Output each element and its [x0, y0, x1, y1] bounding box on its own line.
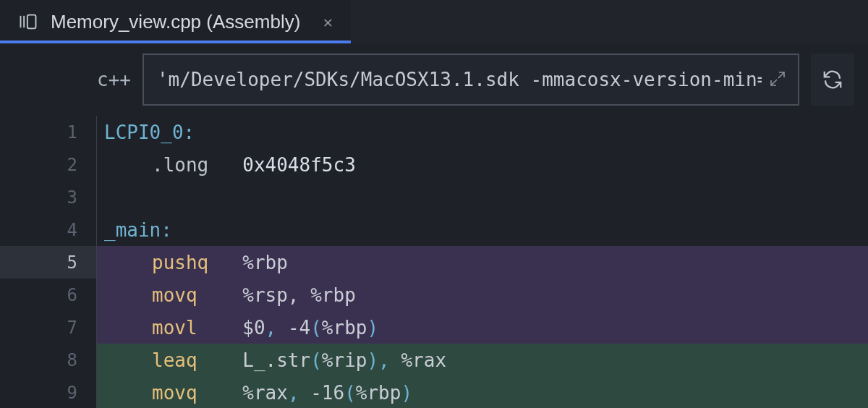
refresh-button[interactable]: [811, 54, 854, 106]
line-number: 9: [0, 376, 96, 408]
assembly-panel-icon: [17, 11, 39, 33]
svg-rect-2: [27, 15, 36, 29]
tab-active-indicator: [0, 41, 351, 43]
code-token-operand: %rbp: [242, 252, 288, 273]
expand-icon[interactable]: [769, 70, 788, 89]
code-line: pushq %rbp: [97, 246, 868, 279]
code-token-operand: %rax: [242, 382, 288, 404]
code-token-operand: -16: [310, 382, 344, 404]
line-number-gutter: 1 2 3 4 5 6 7 8 9: [0, 116, 97, 408]
svg-line-3: [778, 72, 784, 78]
code-line: movq %rsp, %rbp: [97, 279, 868, 311]
code-token-operand: %rip: [322, 349, 367, 371]
code-token-mnemonic: leaq: [152, 349, 197, 371]
line-number: 7: [0, 311, 96, 344]
language-label: c++: [97, 69, 131, 90]
code-line: leaq L_.str(%rip), %rax: [97, 344, 868, 376]
line-number: 8: [0, 344, 96, 376]
code-token-operand: %rbp: [356, 382, 401, 404]
compiler-toolbar: c++ 'm/Developer/SDKs/MacOSX13.1.sdk -mm…: [0, 43, 868, 116]
code-line: movl $0, -4(%rbp): [97, 311, 868, 344]
code-token-label: LCPI0_0:: [104, 122, 195, 143]
line-number: 2: [0, 148, 96, 181]
code-token-mnemonic: movq: [152, 284, 197, 306]
close-icon[interactable]: ✕: [318, 12, 338, 32]
code-token-mnemonic: pushq: [152, 252, 208, 273]
code-token-operand: -4: [288, 317, 310, 339]
code-editor[interactable]: 1 2 3 4 5 6 7 8 9 LCPI0_0: .long 0x4048f…: [0, 116, 868, 408]
line-number: 5: [0, 246, 96, 279]
code-area[interactable]: LCPI0_0: .long 0x4048f5c3 _main: pushq %…: [97, 116, 868, 408]
tab-bar: Memory_view.cpp (Assembly) ✕: [0, 0, 868, 43]
code-token-number: 0x4048f5c3: [242, 154, 356, 176]
code-token-directive: .long: [152, 154, 208, 176]
code-line: LCPI0_0:: [97, 116, 868, 148]
code-line: .long 0x4048f5c3: [97, 148, 868, 181]
code-line: _main:: [97, 213, 868, 246]
line-number: 3: [0, 181, 96, 213]
code-token-operand: L_.str: [242, 349, 310, 371]
code-token-label: _main:: [104, 219, 172, 241]
line-number: 6: [0, 279, 96, 311]
code-token-operand: %rbp: [322, 317, 367, 339]
code-token-operand: %rsp, %rbp: [242, 284, 356, 306]
tab-title: Memory_view.cpp (Assembly): [51, 11, 300, 33]
compiler-command-text: 'm/Developer/SDKs/MacOSX13.1.sdk -mmacos…: [157, 69, 762, 90]
code-line: [97, 181, 868, 213]
tab-active[interactable]: Memory_view.cpp (Assembly) ✕: [0, 0, 351, 43]
code-token-operand: %rax: [401, 349, 446, 371]
line-number: 1: [0, 116, 96, 148]
code-token-mnemonic: movq: [152, 382, 197, 404]
line-number: 4: [0, 213, 96, 246]
svg-line-4: [771, 80, 777, 85]
code-token-operand: $0: [242, 317, 265, 339]
code-line: movq %rax, -16(%rbp): [97, 376, 868, 408]
compiler-command-input[interactable]: 'm/Developer/SDKs/MacOSX13.1.sdk -mmacos…: [142, 54, 799, 106]
code-token-mnemonic: movl: [152, 317, 197, 339]
